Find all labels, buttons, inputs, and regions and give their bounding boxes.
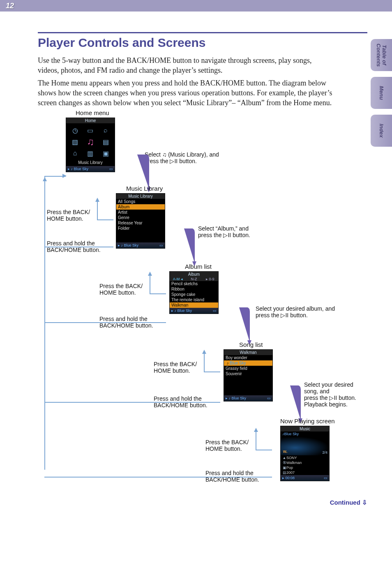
sl-title: Walkman bbox=[224, 350, 272, 355]
up-arrow-1 bbox=[97, 199, 113, 220]
np-year: ▤2007 bbox=[281, 470, 329, 475]
up-arrow-3 bbox=[204, 351, 220, 372]
label-home-menu: Home menu bbox=[76, 109, 109, 116]
screen-now-playing: Music ♪Blue Sky w. 2/4 ▲SONY ⦿Walkman ▣P… bbox=[280, 426, 330, 481]
playlist-icon: ▥ bbox=[86, 149, 95, 158]
label-back-2: Press the BACK/ HOME button. bbox=[99, 283, 143, 296]
ml-item: Release Year bbox=[116, 220, 165, 226]
clock-icon: ◷ bbox=[71, 126, 80, 135]
screen-album-list: Album A-M ◂ N-Z ▸ 0-9 Pencil sketchs Rib… bbox=[169, 271, 219, 314]
sl-item: Grassy field bbox=[224, 366, 272, 371]
al-cat: ▸ 0-9 bbox=[202, 277, 218, 281]
artist-icon: ▲ bbox=[282, 456, 286, 460]
settings-icon: ⌂ bbox=[71, 149, 80, 158]
photo-icon: ▧ bbox=[71, 137, 80, 146]
play-pause-icon: ▷II bbox=[223, 232, 231, 238]
battery-icon: ▭ bbox=[159, 243, 163, 247]
hold-line-1 bbox=[44, 247, 113, 247]
al-cat: A-M ◂ bbox=[170, 277, 186, 281]
search-icon: ⌕ bbox=[101, 126, 110, 135]
al-title: Album bbox=[170, 272, 218, 277]
page-title: Player Controls and Screens bbox=[38, 36, 367, 50]
intro-paragraph-1: Use the 5-way button and the BACK/HOME b… bbox=[38, 55, 334, 76]
walkman-logo-icon: w. bbox=[283, 449, 287, 454]
np-title: Music bbox=[281, 426, 329, 431]
down-arrow-icon: ⇩ bbox=[362, 499, 367, 506]
label-song-list: Song list bbox=[239, 341, 263, 348]
battery-icon: ▭ bbox=[213, 309, 217, 313]
play-pause-icon: ▷II bbox=[329, 395, 337, 401]
label-now-playing: Now Playing screen bbox=[280, 418, 335, 425]
genre-icon: ▣ bbox=[282, 466, 286, 470]
al-item: The remote island bbox=[170, 297, 218, 302]
bus-arrowhead bbox=[62, 174, 69, 178]
al-item: Walkman bbox=[170, 302, 218, 308]
hold-line-3 bbox=[44, 402, 220, 403]
ml-item: Genre bbox=[116, 215, 165, 220]
np-album: ⦿Walkman bbox=[281, 460, 329, 465]
music-note-icon: ♫ bbox=[162, 151, 167, 158]
play-pause-icon: ▷II bbox=[170, 158, 178, 164]
label-hold-4: Press and hold the BACK/HOME button. bbox=[205, 470, 259, 483]
np-artist: ▲SONY bbox=[281, 455, 329, 460]
label-back-3: Press the BACK/ HOME button. bbox=[154, 361, 197, 374]
sl-item: Boy wonder bbox=[224, 355, 272, 360]
label-music-library: Music Library bbox=[126, 185, 163, 192]
intro-paragraph-2: The Home menu appears when you press and… bbox=[38, 78, 334, 108]
battery-icon: ▭ bbox=[109, 167, 113, 171]
al-item: Sponge cake bbox=[170, 292, 218, 297]
sl-item: Souvenir bbox=[224, 371, 272, 376]
up-arrow-4 bbox=[256, 429, 272, 450]
video-icon: ▤ bbox=[101, 137, 110, 146]
step3-text: Select your desired album, and press the… bbox=[256, 305, 335, 318]
label-album-list: Album list bbox=[185, 263, 212, 270]
battery-icon: ▭ bbox=[324, 476, 327, 480]
nowplaying-icon: ▣ bbox=[101, 149, 110, 158]
screen-home-title: Home bbox=[66, 118, 115, 123]
home-footer: ▸ ♪ Blue Sky bbox=[68, 167, 88, 171]
year-icon: ▤ bbox=[282, 471, 286, 475]
ml-item: All Songs bbox=[116, 199, 165, 204]
navigation-diagram: Home menu Home ◷ ▭ ⌕ ▧ ♫ ▤ ⌂ ▥ ▣ Music L… bbox=[38, 110, 367, 488]
step2-text: Select “Album,” and press the ▷II button… bbox=[198, 225, 250, 238]
home-caption: Music Library bbox=[66, 160, 115, 166]
play-pause-icon: ▷II bbox=[281, 312, 288, 318]
label-back-1: Press the BACK/ HOME button. bbox=[47, 209, 90, 222]
al-footer: ▸ ♪ Blue Sky bbox=[171, 309, 192, 313]
screen-song-list: Walkman Boy wonder ♪Blue Sky Grassy fiel… bbox=[224, 349, 273, 401]
step1-text: Select ♫ (Music Library), and press the … bbox=[145, 151, 227, 164]
np-song: ♪Blue Sky bbox=[281, 431, 329, 436]
battery-icon: ▭ bbox=[267, 396, 271, 400]
step4-text: Select your desired song, and press the … bbox=[304, 381, 367, 408]
screen-music-library: Music Library All Songs Album Artist Gen… bbox=[116, 193, 165, 249]
page-number: 12 bbox=[6, 2, 14, 10]
ml-item: Folder bbox=[116, 226, 165, 231]
continued-indicator: Continued ⇩ bbox=[0, 496, 392, 512]
al-cat: N-Z bbox=[186, 277, 202, 281]
al-item: Pencil sketchs bbox=[170, 281, 218, 286]
hold-line-4 bbox=[44, 477, 272, 478]
label-back-4: Press the BACK/ HOME button. bbox=[205, 439, 249, 452]
al-item: Ribbon bbox=[170, 286, 218, 292]
ml-footer: ▸ ♪ Blue Sky bbox=[118, 243, 138, 247]
up-arrow-2 bbox=[150, 273, 166, 294]
np-time: ▸ 00:08 bbox=[282, 476, 295, 480]
screen-home: Home ◷ ▭ ⌕ ▧ ♫ ▤ ⌂ ▥ ▣ Music Library ▸ ♪… bbox=[66, 118, 115, 172]
radio-icon: ▭ bbox=[86, 126, 95, 135]
album-art: w. 2/4 bbox=[281, 436, 329, 455]
sl-footer: ▸ ♪ Blue Sky bbox=[226, 396, 246, 400]
hold-line-2 bbox=[44, 322, 166, 323]
np-genre: ▣Pop bbox=[281, 465, 329, 470]
sl-item: ♪Blue Sky bbox=[224, 360, 272, 366]
ml-item: Artist bbox=[116, 210, 165, 215]
page-number-bar: 12 bbox=[0, 0, 392, 12]
album-icon: ⦿ bbox=[282, 461, 286, 465]
music-icon: ♫ bbox=[86, 137, 95, 146]
ml-title: Music Library bbox=[116, 194, 165, 199]
heading-rule bbox=[38, 32, 367, 33]
np-track: 2/4 bbox=[322, 450, 327, 455]
ml-item: Album bbox=[116, 204, 165, 210]
